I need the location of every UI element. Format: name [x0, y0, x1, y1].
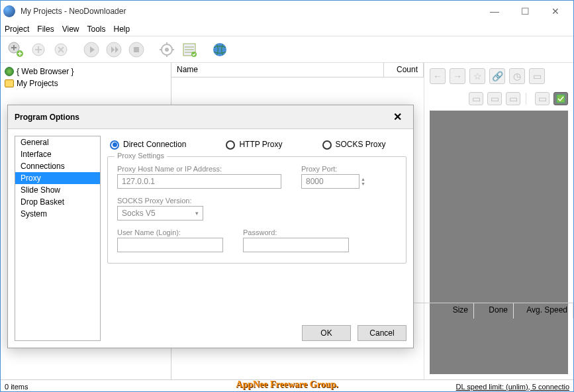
radio-off-icon: [322, 140, 332, 150]
radio-off-icon: [226, 140, 235, 150]
nav-connections[interactable]: Connections: [15, 160, 100, 172]
user-input[interactable]: [117, 238, 223, 252]
dialog-body: General Interface Connections Proxy Slid…: [8, 129, 413, 348]
dialog-buttons: OK Cancel: [107, 317, 407, 341]
proxy-settings-fieldset: Proxy Settings Proxy Host Name or IP Add…: [107, 156, 407, 264]
host-label: Proxy Host Name or IP Address:: [117, 165, 281, 173]
radio-on-icon: [110, 140, 119, 150]
dialog-title: Program Options: [15, 113, 79, 122]
port-input[interactable]: [301, 174, 359, 189]
ok-button[interactable]: OK: [302, 325, 351, 341]
radio-http[interactable]: HTTP Proxy: [226, 140, 282, 150]
nav-slide-show[interactable]: Slide Show: [15, 184, 100, 196]
pass-input[interactable]: [243, 238, 349, 252]
pass-label: Password:: [243, 228, 349, 236]
dialog-nav: General Interface Connections Proxy Slid…: [15, 136, 101, 341]
socksver-label: SOCKS Proxy Version:: [117, 197, 203, 205]
socksver-select[interactable]: Socks V5 ▾: [117, 206, 203, 220]
user-label: User Name (Login):: [117, 228, 223, 236]
cancel-button[interactable]: Cancel: [358, 325, 407, 341]
chevron-down-icon: ▾: [195, 210, 199, 217]
dialog-main: Direct Connection HTTP Proxy SOCKS Proxy…: [107, 136, 407, 341]
dialog-close-button[interactable]: ✕: [388, 108, 407, 126]
dialog-overlay: Program Options ✕ General Interface Conn…: [1, 1, 573, 391]
port-spinner[interactable]: ▲▼: [361, 174, 369, 189]
port-label: Proxy Port:: [301, 165, 369, 173]
radio-direct[interactable]: Direct Connection: [110, 140, 186, 150]
radio-socks[interactable]: SOCKS Proxy: [322, 140, 386, 150]
dialog-titlebar: Program Options ✕: [8, 105, 413, 129]
options-dialog: Program Options ✕ General Interface Conn…: [7, 105, 414, 348]
host-input[interactable]: [117, 174, 281, 189]
nav-interface[interactable]: Interface: [15, 148, 100, 160]
nav-drop-basket[interactable]: Drop Basket: [15, 196, 100, 208]
app-window: My Projects - NeoDownloader — ☐ ✕ Projec…: [0, 0, 574, 392]
nav-general[interactable]: General: [15, 136, 100, 148]
nav-proxy[interactable]: Proxy: [15, 172, 100, 184]
fieldset-legend: Proxy Settings: [115, 152, 167, 160]
nav-system[interactable]: System: [15, 208, 100, 220]
